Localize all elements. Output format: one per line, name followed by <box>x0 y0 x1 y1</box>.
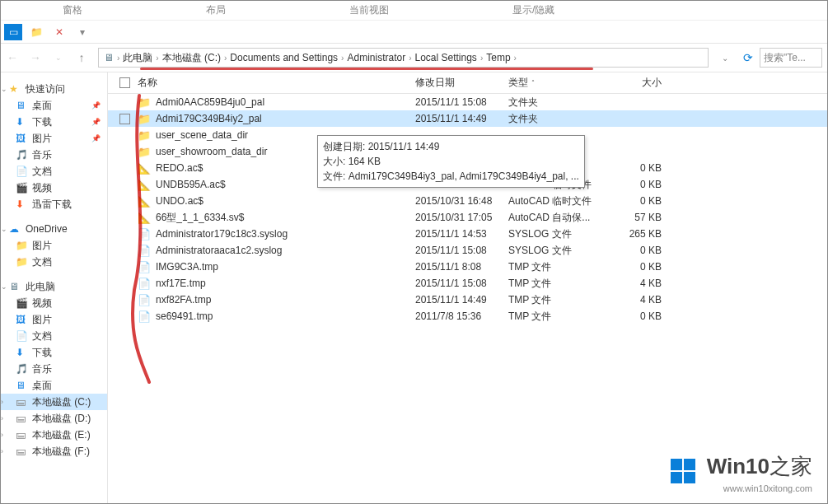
chevron-right-icon[interactable]: › <box>224 54 227 63</box>
table-row[interactable]: 📐UNDO.ac$2015/10/31 16:48AutoCAD 临时文件0 K… <box>108 193 827 209</box>
desktop-icon: 🖥 <box>16 380 27 391</box>
chevron-right-icon[interactable]: › <box>480 54 483 63</box>
chevron-right-icon[interactable]: › <box>514 54 517 63</box>
sidebar-quick-access[interactable]: ⌄★快速访问 <box>1 81 107 97</box>
disk-icon: 🖴 <box>16 446 27 457</box>
col-date[interactable]: 修改日期 <box>415 76 508 90</box>
dwg-icon: 📐 <box>138 162 151 175</box>
file-menu-button[interactable]: ▭ <box>4 24 22 40</box>
file-size: 0 KB <box>604 245 670 256</box>
sidebar-item-disk-e[interactable]: ›🖴本地磁盘 (E:) <box>1 427 107 443</box>
sidebar-item-od-docs[interactable]: 📁文档 <box>1 254 107 270</box>
chevron-right-icon[interactable]: › <box>117 54 119 63</box>
document-icon: 📄 <box>16 330 27 342</box>
sidebar-item-desktop[interactable]: 🖥桌面📌 <box>1 97 107 114</box>
bc-thispc[interactable]: 此电脑 <box>123 51 152 65</box>
qat-delete-button[interactable]: ✕ <box>50 24 68 40</box>
bc-administrator[interactable]: Administrator <box>347 52 405 63</box>
search-placeholder: 搜索"Te... <box>764 51 806 65</box>
search-input[interactable]: 搜索"Te... <box>760 48 822 68</box>
tab-panes[interactable]: 窗格 <box>63 3 82 17</box>
sidebar-item-label: 桌面 <box>32 379 52 393</box>
qat-dropdown[interactable]: ▾ <box>73 24 91 40</box>
sidebar-item-desktop[interactable]: 🖥桌面 <box>1 377 107 394</box>
sidebar-item-label: 视频 <box>32 296 52 310</box>
col-type[interactable]: 类型 ˄ <box>508 76 604 90</box>
select-all-checkbox[interactable] <box>119 77 130 88</box>
sidebar-item-disk-d[interactable]: ›🖴本地磁盘 (D:) <box>1 410 107 427</box>
sidebar-this-pc[interactable]: ⌄🖥此电脑 <box>1 278 107 295</box>
table-row[interactable]: 📄IMG9C3A.tmp2015/11/1 8:08TMP 文件0 KB <box>108 259 827 275</box>
forward-button[interactable]: → <box>24 46 47 69</box>
bc-docs-settings[interactable]: Documents and Settings <box>230 52 338 63</box>
tab-layout[interactable]: 布局 <box>206 3 226 17</box>
col-size[interactable]: 大小 <box>604 76 670 90</box>
tooltip-line: 文件: Admi179C349B4iy3_pal, Admi179C349B4i… <box>323 169 579 184</box>
file-date: 2015/11/1 14:49 <box>415 294 508 306</box>
file-name: nxf82FA.tmp <box>156 294 415 306</box>
table-row[interactable]: 📁Admi0AAC859B4ju0_pal2015/11/1 15:08文件夹 <box>108 94 827 110</box>
sidebar-item-xunlei[interactable]: ⬇迅雷下载 <box>1 196 107 212</box>
sidebar-item-disk-f[interactable]: ›🖴本地磁盘 (F:) <box>1 443 107 460</box>
sidebar-item-downloads[interactable]: ⬇下载 <box>1 344 107 361</box>
document-icon: 📄 <box>16 166 27 177</box>
sidebar-item-label: 本地磁盘 (F:) <box>32 445 90 459</box>
sidebar-item-music[interactable]: 🎵音乐 <box>1 361 107 377</box>
breadcrumb[interactable]: 🖥 › 此电脑 › 本地磁盘 (C:) › Documents and Sett… <box>98 48 709 68</box>
file-date: 2015/11/1 14:49 <box>415 113 508 124</box>
chevron-right-icon[interactable]: › <box>341 54 344 63</box>
table-row[interactable]: 📐66型_1_1_6334.sv$2015/10/31 17:05AutoCAD… <box>108 209 827 226</box>
bc-local-settings[interactable]: Local Settings <box>414 52 476 63</box>
file-icon: 📄 <box>138 261 151 273</box>
table-row[interactable]: 📁Admi179C349B4iy2_pal2015/11/1 14:49文件夹 <box>108 110 827 127</box>
sidebar-item-disk-c[interactable]: ›🖴本地磁盘 (C:) <box>1 394 107 410</box>
sidebar-item-documents[interactable]: 📄文档 <box>1 328 107 344</box>
file-type: AutoCAD 自动保... <box>508 211 604 225</box>
pin-icon: 📌 <box>91 118 101 126</box>
sidebar-item-music[interactable]: 🎵音乐 <box>1 147 107 163</box>
sidebar-item-documents[interactable]: 📄文档 <box>1 163 107 180</box>
file-date: 2015/11/1 14:53 <box>415 228 508 240</box>
sidebar-item-pictures[interactable]: 🖼图片📌 <box>1 130 107 147</box>
table-row[interactable]: 📄nxf17E.tmp2015/11/1 15:08TMP 文件4 KB <box>108 275 827 292</box>
row-checkbox[interactable] <box>119 114 130 124</box>
sidebar-label: 快速访问 <box>26 82 65 96</box>
table-row[interactable]: 📄Administrator179c18c3.syslog2015/11/1 1… <box>108 226 827 242</box>
sidebar-item-label: 文档 <box>32 165 52 179</box>
sidebar-item-videos[interactable]: 🎬视频 <box>1 180 107 196</box>
refresh-button[interactable]: ⟳ <box>737 46 760 69</box>
up-button[interactable]: ↑ <box>70 46 93 69</box>
sidebar-onedrive[interactable]: ⌄☁OneDrive <box>1 221 107 237</box>
folder-icon: 📁 <box>138 146 151 158</box>
chevron-right-icon[interactable]: › <box>156 54 158 63</box>
col-name[interactable]: 名称 <box>138 76 415 90</box>
sidebar-item-downloads[interactable]: ⬇下载📌 <box>1 114 107 130</box>
chevron-right-icon[interactable]: › <box>409 54 411 63</box>
tab-current-view[interactable]: 当前视图 <box>349 3 389 17</box>
bc-temp[interactable]: Temp <box>486 52 510 63</box>
table-row[interactable]: 📄Administratoraaca1c2.syslog2015/11/1 15… <box>108 242 827 259</box>
qat-folder-icon[interactable]: 📁 <box>27 24 45 40</box>
breadcrumb-dropdown[interactable]: ⌄ <box>713 46 737 69</box>
file-type: 文件夹 <box>508 112 604 126</box>
file-type: TMP 文件 <box>508 260 604 274</box>
file-date: 2011/7/8 15:36 <box>415 310 508 322</box>
tooltip-line: 创建日期: 2015/11/1 14:49 <box>323 139 579 154</box>
table-row[interactable]: 📄nxf82FA.tmp2015/11/1 14:49TMP 文件4 KB <box>108 292 827 308</box>
file-icon: 📄 <box>138 245 151 257</box>
disk-icon: 🖴 <box>16 396 27 408</box>
tab-show-hide[interactable]: 显示/隐藏 <box>512 3 554 17</box>
sidebar-item-pictures[interactable]: 🖼图片 <box>1 311 107 328</box>
disk-icon: 🖴 <box>16 413 27 424</box>
folder-icon: 📁 <box>16 256 27 268</box>
bc-disk-c[interactable]: 本地磁盘 (C:) <box>162 51 221 65</box>
file-type: 文件夹 <box>508 96 604 110</box>
back-button[interactable]: ← <box>1 46 24 69</box>
quick-access-toolbar: ▭ 📁 ✕ ▾ <box>1 21 827 44</box>
table-row[interactable]: 📄se69491.tmp2011/7/8 15:36TMP 文件0 KB <box>108 308 827 324</box>
sidebar-item-videos[interactable]: 🎬视频 <box>1 295 107 311</box>
recent-dropdown[interactable]: ⌄ <box>47 46 70 69</box>
sidebar-item-label: 视频 <box>32 181 52 195</box>
sidebar-item-od-pictures[interactable]: 📁图片 <box>1 237 107 254</box>
file-size: 265 KB <box>604 228 670 240</box>
